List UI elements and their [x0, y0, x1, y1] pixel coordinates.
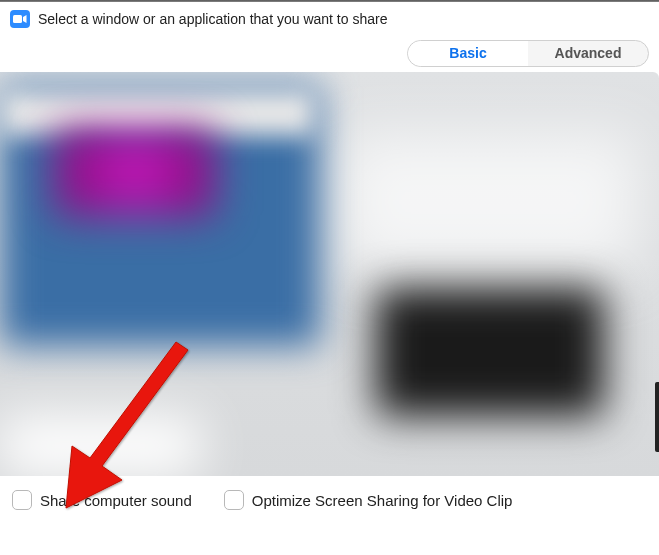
blur-shape: [55, 128, 215, 216]
share-sound-label: Share computer sound: [40, 492, 192, 509]
dialog-title: Select a window or an application that y…: [38, 11, 387, 27]
zoom-app-icon: [10, 10, 30, 28]
svg-rect-0: [13, 15, 22, 23]
tab-basic[interactable]: Basic: [408, 41, 528, 66]
dialog-header: Select a window or an application that y…: [0, 2, 659, 34]
tab-advanced[interactable]: Advanced: [528, 41, 648, 66]
optimize-label: Optimize Screen Sharing for Video Clip: [252, 492, 513, 509]
right-edge-handle: [655, 382, 659, 452]
blur-shape: [376, 288, 604, 416]
share-mode-tabs: Basic Advanced: [407, 40, 649, 67]
blur-shape: [0, 416, 200, 476]
share-preview-area[interactable]: [0, 72, 659, 476]
bottom-options-bar: Share computer sound Optimize Screen Sha…: [0, 476, 659, 524]
tabs-row: Basic Advanced: [0, 34, 659, 67]
checkbox-icon[interactable]: [12, 490, 32, 510]
optimize-video-clip-option[interactable]: Optimize Screen Sharing for Video Clip: [224, 490, 513, 510]
blur-shape: [339, 132, 639, 272]
share-computer-sound-option[interactable]: Share computer sound: [12, 490, 192, 510]
checkbox-icon[interactable]: [224, 490, 244, 510]
